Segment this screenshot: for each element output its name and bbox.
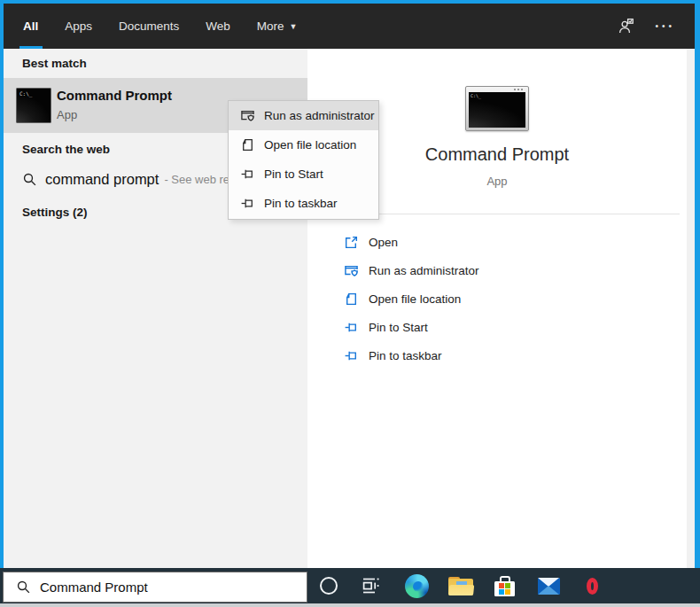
menu-item-label: Run as administrator [264, 109, 375, 122]
action-label: Pin to Start [369, 321, 428, 334]
search-input[interactable] [40, 580, 307, 595]
action-label: Run as administrator [369, 264, 479, 277]
web-suggestion-query: command prompt [45, 171, 159, 188]
screen-bottom-edge [0, 603, 700, 607]
taskbar-search-box[interactable] [3, 572, 307, 603]
menu-item-label: Pin to Start [264, 167, 323, 181]
best-match-header: Best match [22, 57, 87, 70]
windows-search-flyout: All Apps Documents Web More ▼ ••• Best m… [0, 0, 700, 607]
task-view-icon[interactable] [360, 568, 383, 603]
action-open[interactable]: Open [307, 228, 687, 256]
action-run-as-admin[interactable]: Run as administrator [307, 256, 687, 284]
accent-border-right [695, 4, 700, 568]
open-file-location-icon [240, 137, 255, 152]
menu-item-open-file-location[interactable]: Open file location [229, 130, 378, 160]
file-explorer-icon[interactable] [448, 568, 473, 603]
tab-more[interactable]: More ▼ [257, 4, 298, 49]
tab-web[interactable]: Web [206, 4, 230, 49]
best-match-title: Command Prompt [57, 88, 172, 103]
window-buttons-decoration [521, 89, 523, 90]
tab-documents[interactable]: Documents [119, 4, 179, 49]
tab-all[interactable]: All [23, 4, 38, 49]
scrollbar-track[interactable] [687, 49, 695, 568]
open-file-location-icon [344, 292, 359, 307]
pin-icon [240, 196, 255, 211]
chevron-down-icon: ▼ [290, 22, 298, 31]
open-icon [344, 235, 359, 250]
tab-apps[interactable]: Apps [65, 4, 92, 49]
header-right-controls: ••• [618, 4, 695, 49]
mail-icon[interactable] [538, 568, 560, 603]
pin-icon [344, 320, 359, 335]
pin-icon [344, 348, 359, 363]
ellipsis-menu-icon[interactable]: ••• [655, 21, 675, 31]
taskbar [0, 568, 700, 603]
settings-header: Settings (2) [22, 206, 88, 219]
cortana-icon[interactable] [319, 568, 338, 603]
run-as-admin-icon [344, 263, 359, 278]
menu-item-label: Open file location [264, 138, 356, 152]
context-menu: Run as administrator Open file location … [228, 100, 379, 220]
pin-icon [240, 167, 255, 182]
command-prompt-icon: C:\_ [465, 86, 529, 131]
menu-item-pin-to-start[interactable]: Pin to Start [229, 160, 378, 189]
search-filter-bar: All Apps Documents Web More ▼ ••• [4, 4, 695, 49]
divider [346, 214, 680, 214]
tab-more-label: More [257, 19, 284, 33]
search-icon [16, 580, 31, 595]
menu-item-pin-to-taskbar[interactable]: Pin to taskbar [229, 189, 378, 218]
action-pin-to-taskbar[interactable]: Pin to taskbar [307, 341, 687, 370]
menu-item-label: Pin to taskbar [264, 197, 338, 210]
edge-icon[interactable] [405, 568, 429, 603]
opera-icon[interactable] [581, 568, 603, 603]
action-label: Open file location [369, 292, 461, 306]
app-actions-list: Open Run as administrator Open file l [307, 228, 687, 370]
search-icon [22, 172, 37, 187]
action-label: Pin to taskbar [369, 349, 442, 362]
person-check-icon[interactable] [618, 18, 635, 35]
store-icon[interactable] [494, 568, 515, 603]
best-match-subtitle: App [57, 108, 77, 121]
run-as-admin-icon [240, 108, 255, 123]
action-open-file-location[interactable]: Open file location [307, 284, 687, 313]
command-prompt-icon: C:\_ [16, 88, 51, 123]
menu-item-run-as-admin[interactable]: Run as administrator [229, 101, 378, 130]
filter-tabs: All Apps Documents Web More ▼ [4, 4, 298, 49]
search-web-header: Search the web [22, 143, 110, 156]
action-label: Open [369, 236, 398, 249]
action-pin-to-start[interactable]: Pin to Start [307, 313, 687, 341]
